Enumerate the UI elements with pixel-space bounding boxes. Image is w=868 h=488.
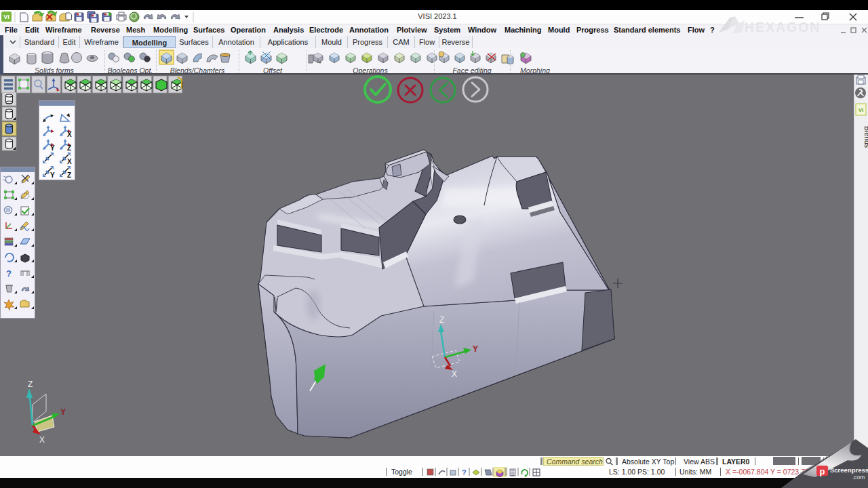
svg-text:X: X (452, 369, 457, 379)
svg-text:Z: Z (28, 380, 33, 389)
svg-text:Z: Z (439, 315, 444, 325)
svg-text:X: X (67, 131, 72, 138)
svg-text:Z: Z (67, 171, 71, 179)
svg-text:Y: Y (50, 144, 55, 152)
svg-text:Blends: Blends (863, 126, 868, 148)
svg-text:Z: Z (67, 144, 71, 152)
svg-text:?: ? (6, 268, 12, 279)
svg-text:.com: .com (852, 474, 865, 481)
svg-text:X: X (39, 435, 45, 445)
svg-text:?: ? (462, 468, 467, 476)
svg-text:X: X (67, 158, 72, 165)
svg-text:VI: VI (859, 107, 864, 113)
svg-text:Y: Y (50, 171, 55, 179)
svg-text:Y: Y (60, 407, 66, 417)
svg-text:VI: VI (3, 14, 9, 20)
svg-text:HEXAGON: HEXAGON (745, 20, 821, 35)
svg-text:Screenpresso: Screenpresso (830, 466, 868, 474)
svg-text:Y: Y (473, 344, 478, 354)
svg-text:p: p (820, 466, 825, 476)
